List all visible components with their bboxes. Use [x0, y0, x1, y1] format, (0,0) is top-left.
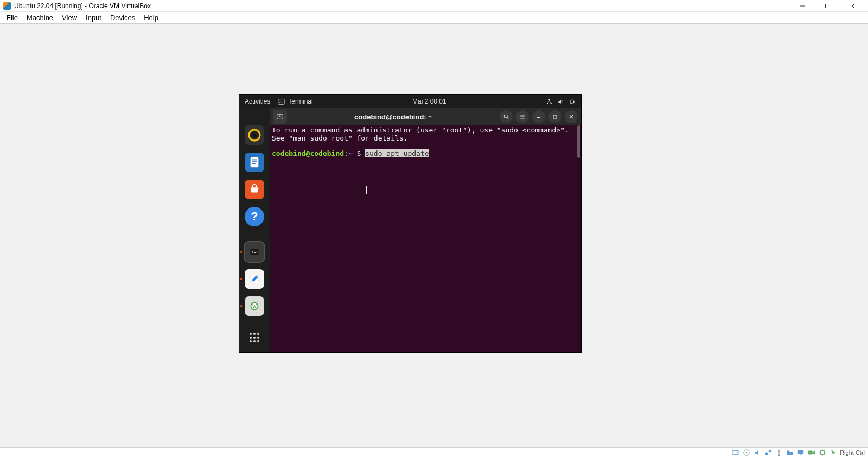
command-selected: sudo apt update: [365, 149, 429, 157]
guest-display-area: Activities Terminal Mai 2 00:01 codebind…: [0, 24, 868, 447]
svg-rect-38: [821, 450, 825, 454]
dock-separator: [246, 234, 263, 234]
status-optical-icon[interactable]: [742, 449, 751, 456]
menu-help[interactable]: Help: [139, 12, 163, 23]
status-shared-folders-icon[interactable]: [786, 449, 794, 456]
ubuntu-software-icon[interactable]: [245, 180, 264, 199]
host-statusbar: Right Ctrl: [0, 447, 868, 457]
terminal-icon[interactable]: [245, 242, 264, 262]
svg-point-23: [253, 337, 256, 339]
svg-rect-16: [251, 249, 259, 255]
svg-point-19: [250, 333, 252, 335]
text-editor-icon[interactable]: [245, 269, 264, 289]
hamburger-menu-button[interactable]: [516, 110, 529, 123]
virtualbox-icon: [3, 2, 11, 10]
ubuntu-desktop: Activities Terminal Mai 2 00:01 codebind…: [239, 95, 581, 352]
svg-rect-32: [765, 453, 768, 455]
show-apps-icon[interactable]: [245, 328, 264, 347]
status-display-icon[interactable]: [796, 449, 805, 456]
status-hdd-icon[interactable]: [731, 449, 740, 456]
svg-rect-5: [570, 100, 573, 104]
volume-icon[interactable]: [557, 98, 564, 105]
menu-machine[interactable]: Machine: [22, 12, 58, 23]
host-key-label: Right Ctrl: [840, 449, 865, 456]
status-network-icon[interactable]: [764, 449, 773, 456]
svg-point-20: [253, 333, 256, 335]
prompt-sigil: $: [353, 149, 365, 157]
text-cursor-icon: [366, 186, 367, 194]
svg-rect-0: [826, 4, 829, 8]
motd-line-1: To run a command as administrator (user …: [272, 126, 579, 135]
svg-point-27: [257, 340, 259, 342]
menu-file[interactable]: File: [2, 12, 22, 23]
svg-point-24: [257, 337, 259, 339]
activities-button[interactable]: Activities: [245, 98, 270, 105]
topbar-app-indicator[interactable]: Terminal: [278, 98, 312, 105]
help-icon[interactable]: ?: [245, 207, 264, 226]
power-icon[interactable]: [569, 98, 576, 105]
menu-view[interactable]: View: [58, 12, 81, 23]
terminal-body[interactable]: To run a command as administrator (user …: [270, 125, 581, 352]
ubuntu-dock: ?: [239, 125, 270, 352]
trash-icon[interactable]: [245, 296, 264, 316]
gnome-topbar: Activities Terminal Mai 2 00:01: [239, 95, 581, 108]
svg-point-8: [504, 115, 507, 118]
svg-rect-15: [252, 163, 255, 164]
svg-rect-36: [800, 454, 801, 455]
maximize-button[interactable]: [548, 110, 561, 123]
svg-rect-35: [798, 450, 803, 454]
svg-rect-37: [808, 450, 813, 454]
host-minimize-button[interactable]: [790, 0, 815, 12]
close-button[interactable]: [565, 110, 578, 123]
host-titlebar: Ubuntu 22.04 [Running] - Oracle VM Virtu…: [0, 0, 868, 12]
svg-rect-13: [252, 160, 257, 161]
svg-point-26: [253, 340, 256, 342]
prompt-userhost: codebind@codebind: [272, 149, 344, 157]
terminal-indicator-icon: [278, 98, 285, 105]
svg-rect-9: [553, 115, 557, 118]
terminal-scrollbar[interactable]: [577, 125, 581, 352]
search-button[interactable]: [500, 110, 513, 123]
host-window-title: Ubuntu 22.04 [Running] - Oracle VM Virtu…: [14, 2, 151, 10]
status-recording-icon[interactable]: [807, 449, 816, 456]
topbar-app-name: Terminal: [288, 98, 312, 105]
svg-rect-6: [573, 100, 575, 102]
host-close-button[interactable]: [840, 0, 865, 12]
svg-point-22: [250, 337, 252, 339]
svg-point-21: [257, 333, 259, 335]
status-audio-icon[interactable]: [753, 449, 762, 456]
svg-point-34: [778, 454, 780, 456]
network-icon[interactable]: [546, 98, 553, 105]
menu-devices[interactable]: Devices: [106, 12, 139, 23]
svg-rect-1: [278, 99, 284, 104]
terminal-window-title: codebind@codebind: ~: [290, 113, 496, 121]
host-maximize-button[interactable]: [815, 0, 840, 12]
menu-input[interactable]: Input: [81, 12, 106, 23]
svg-point-25: [250, 340, 252, 342]
svg-point-29: [737, 452, 738, 453]
prompt-line: codebind@codebind:~ $ sudo apt update: [272, 150, 579, 158]
status-usb-icon[interactable]: [775, 449, 783, 456]
status-mouse-icon[interactable]: [829, 449, 838, 456]
motd-line-2: See "man sudo_root" for details.: [272, 135, 579, 143]
libreoffice-writer-icon[interactable]: [245, 153, 264, 172]
new-tab-button[interactable]: [273, 110, 287, 124]
prompt-colon: :: [344, 149, 348, 157]
status-cpu-icon[interactable]: [818, 449, 827, 456]
svg-point-11: [253, 134, 256, 137]
rhythmbox-icon[interactable]: [245, 125, 264, 145]
host-menubar: File Machine View Input Devices Help: [0, 12, 868, 24]
svg-point-18: [251, 302, 258, 309]
svg-rect-14: [252, 161, 257, 162]
topbar-clock[interactable]: Mai 2 00:01: [321, 98, 538, 105]
terminal-titlebar: codebind@codebind: ~: [270, 108, 581, 125]
prompt-path: ~: [348, 149, 353, 157]
svg-point-31: [746, 452, 748, 453]
minimize-button[interactable]: [532, 110, 545, 123]
